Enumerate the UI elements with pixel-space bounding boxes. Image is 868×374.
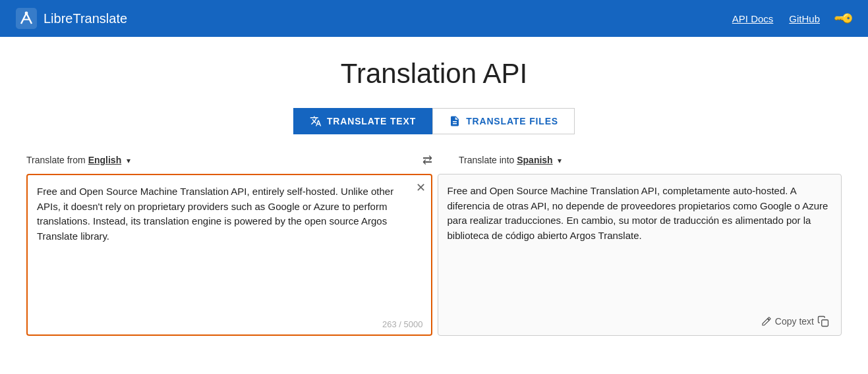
from-label: Translate from <box>26 155 86 165</box>
tab-translate-files[interactable]: TRANSLATE FILES <box>432 108 575 134</box>
navbar-links: API Docs GitHub 🔑 <box>732 11 852 26</box>
tab-text-label: TRANSLATE TEXT <box>327 116 416 126</box>
brand-link[interactable]: LibreTranslate <box>16 8 127 29</box>
source-input[interactable] <box>28 175 431 332</box>
from-lang[interactable]: English <box>88 155 122 165</box>
into-lang[interactable]: Spanish <box>517 155 552 165</box>
target-textarea-wrap: Free and Open Source Machine Translation… <box>438 174 842 336</box>
swap-languages-button[interactable]: ⇄ <box>409 153 446 167</box>
copy-text-button[interactable]: Copy text <box>757 313 833 330</box>
textareas-container: ✕ 263 / 5000 Free and Open Source Machin… <box>26 174 842 336</box>
tabs-container: TRANSLATE TEXT TRANSLATE FILES <box>26 108 842 134</box>
brand-logo-icon <box>16 8 37 29</box>
svg-rect-0 <box>16 8 37 29</box>
source-textarea-wrap: ✕ 263 / 5000 <box>26 174 432 336</box>
svg-rect-2 <box>822 320 828 327</box>
translate-from-section: Translate from English ▾ <box>26 155 409 165</box>
char-count: 263 / 5000 <box>382 319 422 329</box>
brand-name: LibreTranslate <box>43 11 127 26</box>
github-link[interactable]: GitHub <box>789 13 820 24</box>
tab-files-label: TRANSLATE FILES <box>466 116 558 126</box>
translate-header: Translate from English ▾ ⇄ Translate int… <box>26 153 842 167</box>
key-icon[interactable]: 🔑 <box>832 7 855 30</box>
svg-point-1 <box>25 12 28 15</box>
api-docs-link[interactable]: API Docs <box>732 13 774 24</box>
files-tab-icon <box>449 115 461 127</box>
copy-text-label: Copy text <box>775 316 814 327</box>
copy-icon <box>817 315 829 327</box>
page-title: Translation API <box>26 58 842 90</box>
edit-icon <box>761 316 772 327</box>
translate-into-section: Translate into Spanish ▾ <box>446 155 842 165</box>
navbar: LibreTranslate API Docs GitHub 🔑 <box>0 0 868 37</box>
copy-area: Copy text <box>757 313 833 330</box>
text-tab-icon <box>310 115 322 127</box>
clear-source-button[interactable]: ✕ <box>416 180 426 195</box>
main-content: Translation API TRANSLATE TEXT TRANSLATE… <box>0 37 868 362</box>
into-lang-arrow[interactable]: ▾ <box>556 156 562 165</box>
target-text: Free and Open Source Machine Translation… <box>438 174 842 331</box>
tab-translate-text[interactable]: TRANSLATE TEXT <box>293 108 432 134</box>
into-label: Translate into <box>459 155 514 165</box>
from-lang-arrow[interactable]: ▾ <box>124 156 130 165</box>
